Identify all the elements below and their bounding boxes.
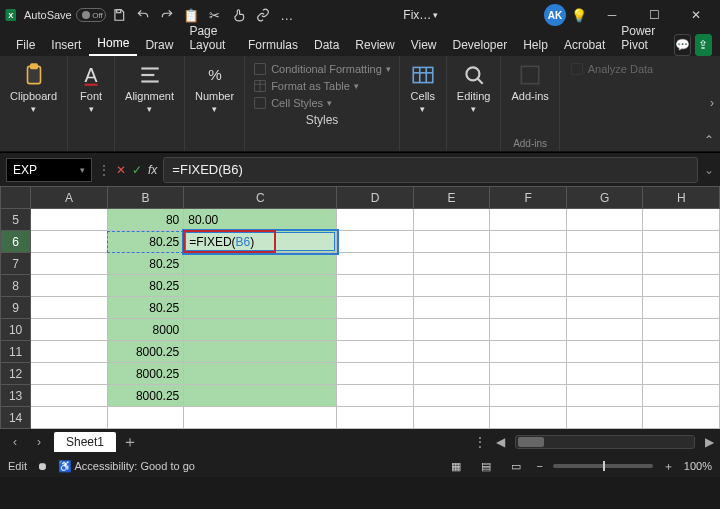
menu-insert[interactable]: Insert xyxy=(43,34,89,56)
normal-view-icon[interactable]: ▦ xyxy=(446,458,466,474)
cell[interactable] xyxy=(337,385,414,407)
cell[interactable] xyxy=(566,209,643,231)
cell[interactable]: 8000.25 xyxy=(107,363,184,385)
col-G[interactable]: G xyxy=(566,187,643,209)
zoom-in-icon[interactable]: ＋ xyxy=(663,459,674,474)
cell[interactable] xyxy=(31,407,108,429)
expand-formula-bar-icon[interactable]: ⌄ xyxy=(704,163,714,177)
menu-help[interactable]: Help xyxy=(515,34,556,56)
cell[interactable] xyxy=(337,209,414,231)
page-break-view-icon[interactable]: ▭ xyxy=(506,458,526,474)
autosave-switch[interactable]: Off xyxy=(76,8,106,22)
row-12[interactable]: 12 xyxy=(1,363,31,385)
cell[interactable] xyxy=(566,253,643,275)
tab-options-icon[interactable]: ⋮ xyxy=(474,435,486,449)
ribbon-next-icon[interactable]: › xyxy=(710,96,714,110)
cell-styles-button[interactable]: Cell Styles ▾ xyxy=(253,96,391,110)
cell[interactable] xyxy=(31,209,108,231)
cell[interactable]: 80.25 xyxy=(107,253,184,275)
cell[interactable] xyxy=(490,231,567,253)
row-8[interactable]: 8 xyxy=(1,275,31,297)
row-10[interactable]: 10 xyxy=(1,319,31,341)
menu-view[interactable]: View xyxy=(403,34,445,56)
cell[interactable] xyxy=(566,297,643,319)
col-B[interactable]: B xyxy=(107,187,184,209)
zoom-slider[interactable] xyxy=(553,464,653,468)
cell[interactable]: 8000 xyxy=(107,319,184,341)
cell[interactable] xyxy=(31,275,108,297)
col-A[interactable]: A xyxy=(31,187,108,209)
cell[interactable] xyxy=(490,297,567,319)
cell[interactable] xyxy=(643,231,720,253)
analyze-data-button[interactable]: Analyze Data xyxy=(570,62,653,76)
cell[interactable] xyxy=(643,407,720,429)
fx-icon[interactable]: fx xyxy=(148,163,157,177)
cell[interactable] xyxy=(643,275,720,297)
lightbulb-icon[interactable]: 💡 xyxy=(568,4,590,26)
accessibility-status[interactable]: ♿ Accessibility: Good to go xyxy=(58,460,195,473)
filename[interactable]: Fix… ▾ xyxy=(403,8,438,22)
select-all-corner[interactable] xyxy=(1,187,31,209)
collapse-ribbon-icon[interactable]: ⌃ xyxy=(704,133,714,147)
cell[interactable] xyxy=(107,407,184,429)
cell[interactable] xyxy=(184,385,337,407)
cell[interactable] xyxy=(31,385,108,407)
page-layout-view-icon[interactable]: ▤ xyxy=(476,458,496,474)
cell[interactable] xyxy=(184,363,337,385)
cell[interactable] xyxy=(337,275,414,297)
row-11[interactable]: 11 xyxy=(1,341,31,363)
close-button[interactable]: ✕ xyxy=(676,0,716,30)
name-box[interactable]: EXP▾ xyxy=(6,158,92,182)
sheet-tab-sheet1[interactable]: Sheet1 xyxy=(54,432,116,452)
cell[interactable] xyxy=(31,319,108,341)
cell[interactable] xyxy=(337,341,414,363)
col-H[interactable]: H xyxy=(643,187,720,209)
editing-button[interactable]: Editing▾ xyxy=(457,62,491,114)
menu-data[interactable]: Data xyxy=(306,34,347,56)
menu-file[interactable]: File xyxy=(8,34,43,56)
conditional-formatting-button[interactable]: Conditional Formatting ▾ xyxy=(253,62,391,76)
link-icon[interactable] xyxy=(252,4,274,26)
cell[interactable] xyxy=(413,341,490,363)
format-as-table-button[interactable]: Format as Table ▾ xyxy=(253,79,391,93)
cell[interactable] xyxy=(490,363,567,385)
comments-button[interactable]: 💬 xyxy=(674,34,691,56)
menu-page-layout[interactable]: Page Layout xyxy=(181,20,240,56)
cell[interactable] xyxy=(643,319,720,341)
cell[interactable] xyxy=(337,253,414,275)
zoom-level[interactable]: 100% xyxy=(684,460,712,472)
worksheet-grid[interactable]: A B C D E F G H 58080.00 680.25 =FIXED(B… xyxy=(0,186,720,429)
cell[interactable] xyxy=(643,209,720,231)
autosave-toggle[interactable]: AutoSave Off xyxy=(24,8,106,22)
cell[interactable] xyxy=(643,363,720,385)
cell[interactable] xyxy=(413,297,490,319)
col-E[interactable]: E xyxy=(413,187,490,209)
addins-button[interactable]: Add-ins xyxy=(511,62,548,102)
cell[interactable] xyxy=(31,297,108,319)
cell[interactable] xyxy=(337,363,414,385)
cell[interactable] xyxy=(413,209,490,231)
cell[interactable] xyxy=(184,407,337,429)
clipboard-button[interactable]: Clipboard▾ xyxy=(10,62,57,114)
font-button[interactable]: A Font▾ xyxy=(78,62,104,114)
macro-record-icon[interactable]: ⏺ xyxy=(37,460,48,472)
cell[interactable] xyxy=(413,231,490,253)
cell[interactable] xyxy=(337,297,414,319)
add-sheet-button[interactable]: ＋ xyxy=(122,432,138,453)
cell[interactable] xyxy=(490,319,567,341)
row-13[interactable]: 13 xyxy=(1,385,31,407)
cell[interactable] xyxy=(643,297,720,319)
menu-formulas[interactable]: Formulas xyxy=(240,34,306,56)
cell[interactable] xyxy=(413,253,490,275)
col-C[interactable]: C xyxy=(184,187,337,209)
cells-button[interactable]: Cells▾ xyxy=(410,62,436,114)
cell[interactable] xyxy=(184,341,337,363)
cell[interactable] xyxy=(413,407,490,429)
cell[interactable]: 80 xyxy=(107,209,184,231)
cell[interactable] xyxy=(566,341,643,363)
col-F[interactable]: F xyxy=(490,187,567,209)
cell-C6-editing[interactable]: =FIXED(B6) xyxy=(184,231,337,253)
redo-icon[interactable] xyxy=(156,4,178,26)
row-14[interactable]: 14 xyxy=(1,407,31,429)
cell[interactable] xyxy=(184,275,337,297)
